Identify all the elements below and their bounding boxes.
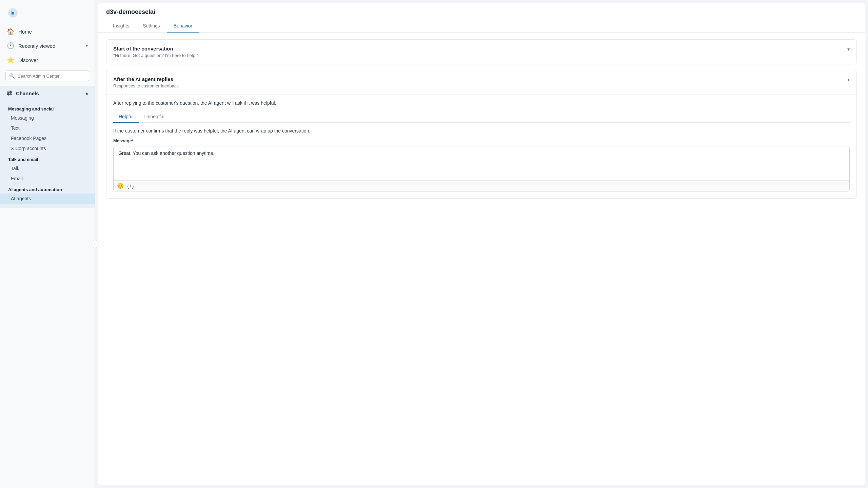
sidebar-item-messaging[interactable]: Messaging <box>0 113 95 123</box>
search-wrapper: 🔍 <box>5 70 89 81</box>
sidebar: 🏠 Home 🕐 Recently viewed ▾ ⭐ Discover 🔍 … <box>0 0 95 488</box>
conversation-start-card: Start of the conversation "Hi there. Got… <box>106 39 857 64</box>
sidebar-item-home[interactable]: 🏠 Home <box>0 24 95 39</box>
chevron-down-icon: ▾ <box>86 43 88 48</box>
inner-tabs: Helpful Unhelpful <box>113 111 850 123</box>
channels-label: Channels <box>16 90 39 96</box>
sidebar-item-text[interactable]: Text <box>0 123 95 133</box>
emoji-icon[interactable]: 😊 <box>117 183 124 189</box>
after-reply-header-text: After the AI agent replies Responses to … <box>113 76 179 88</box>
after-reply-body: After replying to the customer's questio… <box>106 95 856 198</box>
after-reply-chevron-icon: ▴ <box>847 77 850 82</box>
sidebar-item-home-label: Home <box>18 29 32 35</box>
search-icon: 🔍 <box>9 73 15 79</box>
channels-chevron-icon: ▴ <box>86 91 88 96</box>
logo <box>0 0 95 24</box>
after-reply-title: After the AI agent replies <box>113 76 179 82</box>
clock-icon: 🕐 <box>7 42 14 49</box>
helpful-description: If the customer confirms that the reply … <box>113 128 850 134</box>
main-content: Start of the conversation "Hi there. Got… <box>98 33 865 485</box>
placeholder-icon[interactable]: {+} <box>127 183 134 189</box>
message-textarea-wrapper: Great. You can ask another question anyt… <box>113 146 850 191</box>
message-label: Message* <box>113 138 850 143</box>
inner-tab-helpful[interactable]: Helpful <box>113 111 139 123</box>
conversation-start-message: "Hi there. Got a question? I'm here to h… <box>113 53 198 58</box>
after-reply-subtitle: Responses to customer feedback <box>113 83 179 88</box>
sidebar-item-discover[interactable]: ⭐ Discover <box>0 53 95 67</box>
star-icon: ⭐ <box>7 56 14 64</box>
textarea-toolbar: 😊 {+} <box>114 180 849 191</box>
page-title: d3v-demoeeselai <box>106 8 857 16</box>
sidebar-item-recently-viewed[interactable]: 🕐 Recently viewed ▾ <box>0 39 95 53</box>
conversation-start-header-text: Start of the conversation "Hi there. Got… <box>113 46 198 58</box>
zendesk-logo-icon <box>7 7 19 19</box>
conversation-start-chevron-icon: ▾ <box>847 46 850 52</box>
conversation-start-title: Start of the conversation <box>113 46 198 52</box>
main-panel: d3v-demoeeselai Insights Settings Behavi… <box>98 3 865 485</box>
message-textarea[interactable]: Great. You can ask another question anyt… <box>114 146 849 180</box>
after-reply-card: After the AI agent replies Responses to … <box>106 70 857 199</box>
channels-header[interactable]: ⇄ Channels ▴ <box>0 86 95 100</box>
channels-section: ⇄ Channels ▴ Messaging and social Messag… <box>0 86 95 208</box>
sidebar-item-facebook-pages[interactable]: Facebook Pages <box>0 133 95 143</box>
main-tabs: Insights Settings Behavior <box>106 20 857 32</box>
sidebar-toggle-button[interactable]: ‹ <box>91 240 99 248</box>
tab-settings[interactable]: Settings <box>136 20 167 33</box>
tab-insights[interactable]: Insights <box>106 20 136 33</box>
section-label-messaging-social: Messaging and social <box>0 103 95 113</box>
main-header: d3v-demoeeselai Insights Settings Behavi… <box>98 3 865 33</box>
home-icon: 🏠 <box>7 28 14 35</box>
after-reply-description: After replying to the customer's questio… <box>113 100 850 106</box>
conversation-start-header[interactable]: Start of the conversation "Hi there. Got… <box>106 40 856 64</box>
channels-content: Messaging and social Messaging Text Face… <box>0 100 95 208</box>
sidebar-item-discover-label: Discover <box>18 57 38 63</box>
search-input[interactable] <box>18 74 85 79</box>
channels-icon: ⇄ <box>7 89 12 97</box>
sidebar-item-x-corp-accounts[interactable]: X Corp accounts <box>0 143 95 154</box>
section-label-talk-email: Talk and email <box>0 154 95 163</box>
sidebar-item-ai-agents[interactable]: AI agents <box>0 194 95 204</box>
section-label-ai-agents: AI agents and automation <box>0 184 95 194</box>
after-reply-header[interactable]: After the AI agent replies Responses to … <box>106 70 856 95</box>
sidebar-item-talk[interactable]: Talk <box>0 163 95 174</box>
inner-tab-unhelpful[interactable]: Unhelpful <box>139 111 170 123</box>
search-container: 🔍 <box>0 67 95 85</box>
tab-behavior[interactable]: Behavior <box>167 20 199 33</box>
sidebar-item-recently-viewed-label: Recently viewed <box>18 43 55 49</box>
sidebar-item-email[interactable]: Email <box>0 174 95 184</box>
